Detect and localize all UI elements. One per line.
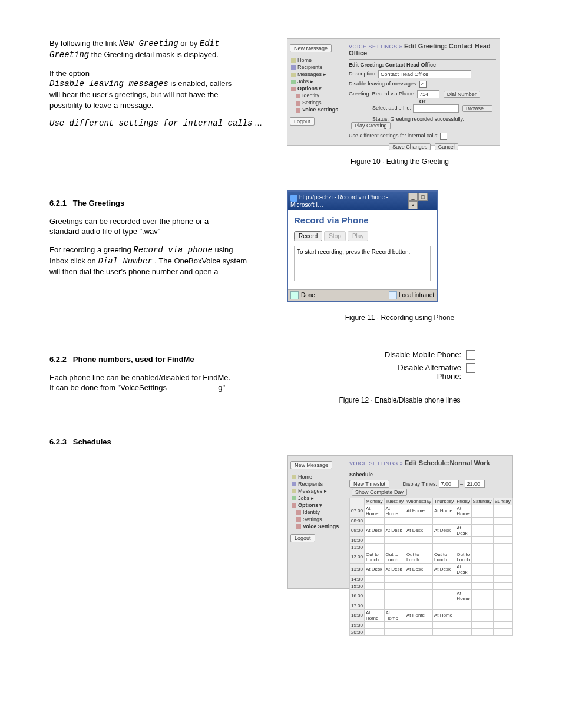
display-times-label: Display Times:	[403, 481, 438, 487]
stop-button[interactable]: Stop	[324, 231, 346, 241]
link-edit: Edit	[200, 39, 220, 48]
sidebar-item-home[interactable]: Home	[290, 57, 346, 64]
disable-mobile-checkbox[interactable]	[466, 350, 475, 360]
logout-button[interactable]: Logout	[290, 117, 315, 126]
minimize-button[interactable]: _	[408, 193, 418, 201]
disable-leaving-label: Disable leaving of messages:	[349, 81, 418, 87]
figure-12-disable-phones: Disable Mobile Phone: Disable Alternativ…	[287, 347, 481, 384]
sidebar-item-settings[interactable]: Settings	[290, 99, 346, 106]
disable-mobile-label: Disable Mobile Phone:	[355, 350, 461, 359]
messages-icon	[291, 73, 296, 77]
options-icon	[291, 87, 296, 91]
disable-block: If the option Disable leaving messages i…	[49, 68, 275, 111]
sidebar-item-recipients[interactable]: Recipients	[290, 64, 346, 71]
sidebar-item-identity-2[interactable]: Identity	[290, 509, 346, 516]
sidebar-item-voice-settings-2[interactable]: Voice Settings	[290, 523, 346, 530]
figure-11-record-popup: http://pc-chzi - Record via Phone - Micr…	[287, 190, 438, 302]
done-icon	[290, 291, 299, 299]
diff-internal-label: Use different settings for internal call…	[349, 133, 438, 139]
sidebar-item-options[interactable]: Options ▾	[290, 85, 346, 92]
maximize-button[interactable]: □	[418, 193, 428, 201]
disable-alt-checkbox[interactable]	[466, 363, 475, 373]
sidebar-item-jobs-2[interactable]: Jobs ▸	[290, 495, 346, 502]
figure-13-schedule: New Message Home Recipients Messages ▸ J…	[287, 455, 513, 589]
description-label: Description:	[349, 71, 377, 77]
figure-10-edit-greeting: New Message Home Recipients Messages ▸ J…	[287, 38, 500, 146]
breadcrumb: VOICE SETTINGS » Edit Greeting: Contact …	[349, 42, 496, 57]
panel-title: Edit Greeting: Contact Head Office	[349, 62, 496, 68]
sidebar-item-jobs[interactable]: Jobs ▸	[290, 78, 346, 85]
ie-icon	[290, 195, 297, 202]
sec-621-p1: Greetings can be recorded over the phone…	[49, 216, 275, 237]
figure-11-caption: Figure 11 · Recording using Phone	[287, 305, 513, 322]
play-greeting-button[interactable]: Play Greeting	[351, 122, 391, 129]
top-rule	[49, 31, 513, 31]
intro-paragraph: By following the link New Greeting or by…	[49, 38, 275, 61]
extension-input[interactable]: 714	[417, 90, 439, 98]
disable-alt-label: Disable AlternativePhone:	[355, 363, 461, 381]
recipients-icon	[291, 65, 296, 70]
sec-622-body: Each phone line can be enabled/disabled …	[49, 373, 275, 393]
save-changes-button[interactable]: Save Changes	[389, 143, 431, 150]
sec-622-heading: 6.2.2 Phone numbers, used for FindMe	[49, 354, 275, 365]
record-button[interactable]: Record	[294, 231, 322, 241]
figure-12-caption: Figure 12 · Enable/Disable phone lines	[287, 388, 513, 404]
popup-titlebar: http://pc-chzi - Record via Phone - Micr…	[288, 192, 437, 210]
record-via-phone-term: Record via phone	[133, 245, 212, 255]
jobs-icon	[291, 80, 296, 84]
popup-heading: Record via Phone	[294, 215, 431, 225]
opt-diff-internal: Use different settings for internal call…	[49, 118, 252, 128]
or-label: Or	[349, 98, 496, 104]
sidebar-item-messages-2[interactable]: Messages ▸	[290, 487, 346, 495]
link-new-greeting: New Greeting	[119, 39, 178, 48]
new-message-button-2[interactable]: New Message	[290, 461, 332, 469]
time-from-select[interactable]: 7:00	[439, 480, 459, 488]
intranet-icon	[389, 291, 397, 299]
close-button[interactable]: ×	[408, 201, 418, 209]
dial-number-button[interactable]: Dial Number	[444, 91, 480, 98]
audio-file-input[interactable]	[413, 104, 459, 113]
status-zone: Local intranet	[389, 291, 434, 299]
sec-621-p2: For recording a greeting Record via phon…	[49, 245, 275, 277]
opt-disable-leaving: Disable leaving messages	[49, 79, 168, 88]
sidebar-item-options-2[interactable]: Options ▾	[290, 502, 346, 509]
new-message-button[interactable]: New Message	[290, 44, 332, 52]
sidebar-item-identity[interactable]: Identity	[290, 92, 346, 99]
description-input[interactable]: Contact Head Office	[378, 70, 471, 78]
jobs-icon	[292, 496, 296, 500]
new-timeslot-button[interactable]: New Timeslot	[349, 480, 389, 488]
browse-button[interactable]: Browse…	[462, 105, 492, 112]
sidebar-item-settings-2[interactable]: Settings	[290, 516, 346, 523]
time-to-select[interactable]: 21:00	[465, 480, 485, 488]
cancel-button[interactable]: Cancel	[435, 143, 458, 150]
select-audio-label: Select audio file:	[372, 105, 411, 111]
diff-settings-block: Use different settings for internal call…	[49, 118, 275, 129]
recipients-icon	[292, 482, 296, 486]
settings-icon	[296, 517, 301, 522]
sidebar-item-home-2[interactable]: Home	[290, 473, 346, 480]
status-text: Status: Greeting recorded successfully.	[372, 116, 464, 122]
voice-settings-icon	[296, 524, 301, 529]
link-greeting: Greeting	[49, 50, 89, 60]
status-done: Done	[290, 291, 315, 299]
show-complete-day-button[interactable]: Show Complete Day	[352, 489, 407, 496]
sidebar-item-voice-settings[interactable]: Voice Settings	[290, 106, 346, 113]
logout-button-2[interactable]: Logout	[290, 534, 315, 542]
sidebar-item-recipients-2[interactable]: Recipients	[290, 480, 346, 487]
schedule-table: MondayTuesdayWednesdayThursdayFridaySatu…	[349, 498, 513, 636]
sidebar-item-messages[interactable]: Messages ▸	[290, 71, 346, 78]
dial-number-term: Dial Number	[98, 256, 152, 266]
identity-icon	[296, 94, 300, 98]
messages-icon	[292, 489, 296, 493]
home-icon	[292, 475, 296, 479]
play-button[interactable]: Play	[348, 231, 368, 241]
greeting-label: Greeting:	[349, 91, 371, 97]
diff-internal-checkbox[interactable]	[440, 133, 447, 140]
home-icon	[291, 58, 296, 63]
disable-leaving-checkbox[interactable]: ✓	[419, 81, 427, 88]
record-instruction: To start recording, press the Record but…	[294, 246, 431, 281]
settings-icon	[296, 101, 300, 106]
figure-10-caption: Figure 10 · Editing the Greeting	[287, 149, 513, 166]
sec-623-heading: 6.2.3 Schedules	[49, 437, 513, 447]
schedule-panel-title: Schedule	[349, 472, 508, 477]
